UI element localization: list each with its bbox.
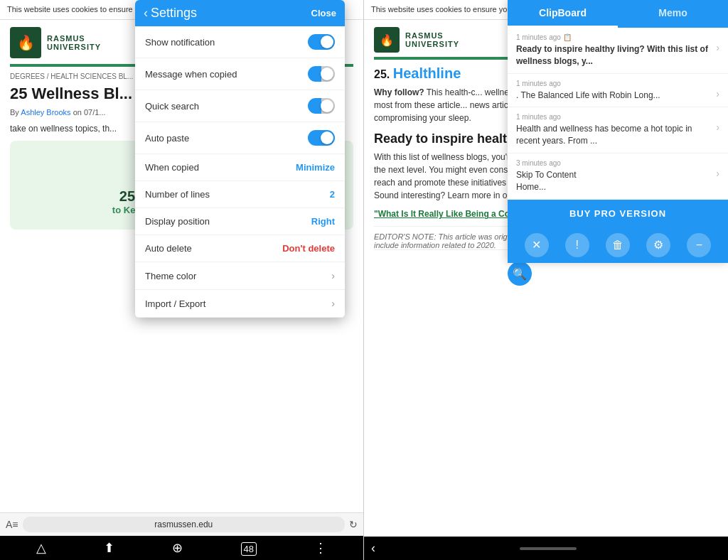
clip-text-1: Ready to inspire healthy living? With th… (516, 43, 716, 68)
nav-more-icon[interactable]: ⋮ (314, 540, 327, 556)
toolbar-settings-button[interactable]: ⚙ (646, 233, 670, 257)
text-format-icon: A≡ (6, 519, 18, 530)
import-export-chevron-icon: › (331, 298, 335, 309)
settings-header: ‹ Settings Close (135, 0, 345, 26)
settings-item-message-when-copied: Message when copied (135, 58, 345, 90)
display-position-value: Right (311, 216, 335, 227)
clipboard-overlay: ClipBoard Memo 1 minutes ago 📋 Ready to … (508, 0, 728, 263)
university-name-right: RASMUS UNIVERSITY (405, 31, 459, 48)
browser-bar-right: ‹ (364, 537, 728, 560)
toolbar-exclamation-button[interactable]: ! (565, 233, 589, 257)
settings-item-show-notification: Show notification (135, 26, 345, 58)
toolbar-minimize-button[interactable]: − (687, 233, 711, 257)
quick-search-label: Quick search (145, 101, 199, 112)
settings-item-display-position[interactable]: Display position Right (135, 208, 345, 235)
clip-item-3[interactable]: 1 minutes ago Health and wellness has be… (508, 107, 728, 154)
clip-arrow-2-icon: › (716, 88, 719, 99)
settings-item-import-export[interactable]: Import / Export › (135, 290, 345, 318)
article-author[interactable]: Ashley Brooks (21, 108, 70, 117)
logo-flame-icon: 🔥 (17, 34, 35, 51)
browser-bar-left: A≡ rasmussen.edu ↻ △ ⬆ ⊕ 48 ⋮ (0, 512, 363, 560)
clip-text-4: Skip To ContentHome... (516, 169, 577, 193)
quick-search-toggle[interactable] (308, 98, 335, 114)
clipboard-tab-memo[interactable]: Memo (618, 0, 728, 28)
settings-item-theme-color[interactable]: Theme color › (135, 262, 345, 290)
toolbar-close-button[interactable]: ✕ (525, 233, 549, 257)
logo-flame-right-icon: 🔥 (380, 33, 394, 47)
clip-item-2[interactable]: 1 minutes ago . The Balanced Life with R… (508, 74, 728, 108)
number-of-lines-value: 2 (330, 189, 335, 200)
bottom-nav-right: ‹ (364, 537, 728, 560)
auto-paste-toggle[interactable] (308, 130, 335, 146)
clip-arrow-1-icon: › (716, 42, 719, 53)
buy-pro-button[interactable]: BUY PRO VERSION (508, 200, 728, 227)
left-panel: This website uses cookies to ensure you … (0, 0, 364, 560)
clipboard-tab-clipboard[interactable]: ClipBoard (508, 0, 618, 28)
toolbar-delete-button[interactable]: 🗑 (606, 233, 630, 257)
clip-time-4: 3 minutes ago (516, 159, 577, 167)
nav-home-icon[interactable]: △ (36, 540, 46, 556)
theme-color-chevron-icon: › (331, 270, 335, 281)
when-copied-label: When copied (145, 162, 199, 173)
auto-delete-label: Auto delete (145, 243, 192, 254)
home-indicator-right (520, 547, 577, 550)
university-logo: 🔥 (10, 27, 41, 58)
clip-text-3: Health and wellness has become a hot top… (516, 123, 716, 147)
number-of-lines-label: Number of lines (145, 189, 210, 200)
bottom-nav-left: △ ⬆ ⊕ 48 ⋮ (0, 536, 363, 560)
settings-item-number-of-lines[interactable]: Number of lines 2 (135, 181, 345, 208)
settings-back-button[interactable]: ‹ Settings (144, 6, 197, 21)
search-fab-button[interactable]: 🔍 (508, 262, 532, 286)
nav-back-icon-right[interactable]: ‹ (371, 541, 375, 556)
university-name-block: RASMUS UNIVERSITY (47, 34, 101, 51)
clip-item-4[interactable]: 3 minutes ago Skip To ContentHome... › (508, 154, 728, 200)
clipboard-footer: BUY PRO VERSION (508, 200, 728, 227)
nav-share-icon[interactable]: ⬆ (104, 540, 114, 556)
clip-item-1[interactable]: 1 minutes ago 📋 Ready to inspire healthy… (508, 28, 728, 74)
back-chevron-icon: ‹ (144, 6, 148, 21)
show-notification-toggle[interactable] (308, 34, 335, 50)
settings-item-auto-paste: Auto paste (135, 122, 345, 154)
right-panel: This website uses cookies to ensure you … (364, 0, 728, 560)
search-fab-icon: 🔍 (513, 267, 527, 281)
settings-title: Settings (151, 6, 197, 21)
settings-list: Show notification Message when copied Qu… (135, 26, 345, 318)
nav-tabs-button[interactable]: 48 (241, 541, 257, 556)
clipboard-header: ClipBoard Memo (508, 0, 728, 28)
nav-add-icon[interactable]: ⊕ (172, 540, 183, 556)
settings-item-auto-delete[interactable]: Auto delete Don't delete (135, 235, 345, 262)
display-position-label: Display position (145, 216, 210, 227)
url-bar-left: A≡ rasmussen.edu ↻ (0, 513, 363, 536)
refresh-icon[interactable]: ↻ (349, 519, 358, 530)
clipboard-toolbar: ✕ ! 🗑 ⚙ − (508, 227, 728, 263)
message-when-copied-label: Message when copied (145, 69, 237, 80)
message-when-copied-toggle[interactable] (308, 66, 335, 82)
university-name: RASMUS UNIVERSITY (47, 34, 101, 51)
clipboard-items-list: 1 minutes ago 📋 Ready to inspire healthy… (508, 28, 728, 200)
url-input-left[interactable]: rasmussen.edu (23, 517, 345, 532)
auto-delete-value: Don't delete (282, 243, 335, 254)
clip-time-2: 1 minutes ago (516, 80, 660, 87)
settings-item-when-copied[interactable]: When copied Minimize (135, 154, 345, 181)
clip-arrow-3-icon: › (716, 122, 719, 133)
clip-arrow-4-icon: › (716, 168, 719, 179)
clip-text-2: . The Balanced Life with Robin Long... (516, 90, 660, 102)
settings-close-button[interactable]: Close (311, 8, 336, 18)
clip-time-3: 1 minutes ago (516, 113, 716, 121)
settings-overlay: ‹ Settings Close Show notification Messa… (135, 0, 345, 318)
import-export-label: Import / Export (145, 298, 205, 309)
theme-color-label: Theme color (145, 271, 196, 281)
clip-time-1: 1 minutes ago 📋 (516, 33, 716, 41)
university-logo-right: 🔥 (374, 27, 400, 53)
when-copied-value: Minimize (296, 162, 335, 173)
settings-item-quick-search: Quick search (135, 90, 345, 122)
show-notification-label: Show notification (145, 37, 215, 48)
auto-paste-label: Auto paste (145, 133, 189, 144)
